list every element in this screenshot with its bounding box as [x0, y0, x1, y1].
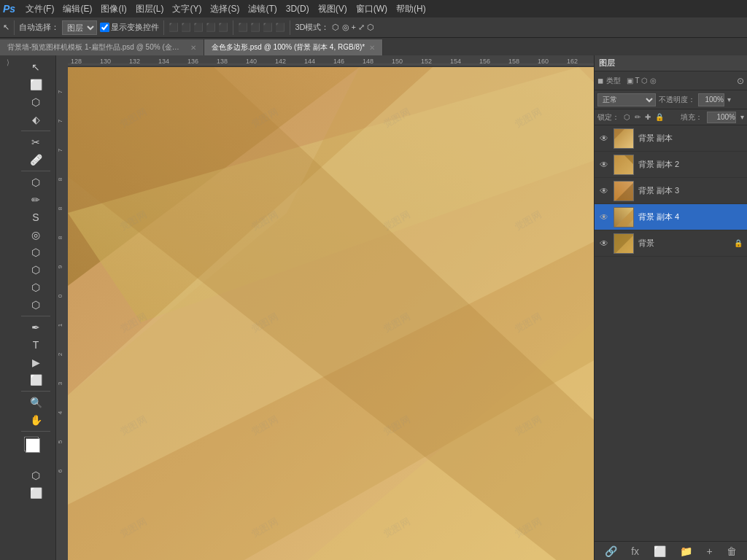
- layer-item-1[interactable]: 👁 背景 副本 2: [595, 152, 747, 178]
- tool-marquee[interactable]: ⬜: [28, 77, 44, 93]
- 3d-icons: ⬡ ◎ + ⤢ ⬡: [332, 23, 374, 32]
- svg-text:7: 7: [57, 148, 63, 152]
- color-swatches: [24, 437, 47, 460]
- layer-group-button[interactable]: 📁: [677, 544, 695, 559]
- canvas[interactable]: 觉图网 觉图网 觉图网 觉图网 觉图网 觉图网 觉图网 觉图网 觉图网 觉图网 …: [68, 67, 594, 560]
- tool-move[interactable]: ↖: [28, 59, 44, 75]
- opacity-input[interactable]: [698, 93, 724, 106]
- menu-file[interactable]: 文件(F): [21, 3, 58, 15]
- layer-thumb-svg-0: [614, 129, 634, 149]
- menu-image[interactable]: 图像(I): [96, 3, 131, 15]
- tab-1[interactable]: 金色多边形.psd @ 100% (背景 副本 4, RGB/8)* ✕: [204, 39, 383, 55]
- fill-dropdown-icon[interactable]: ▾: [740, 113, 744, 121]
- main-canvas-area: 7 7 7 8 8 8 9 0 1 2 3 4 5 6: [56, 67, 594, 560]
- align-icons: ⬛ ⬛ ⬛ ⬛ ⬛: [169, 23, 228, 32]
- tool-hand[interactable]: ✋: [28, 412, 44, 428]
- svg-text:8: 8: [57, 206, 63, 210]
- lock-all-icon[interactable]: 🔒: [655, 113, 664, 121]
- tool-quick-mask[interactable]: ⬡: [28, 467, 44, 483]
- lock-transparent-icon[interactable]: ⬡: [624, 113, 630, 121]
- lock-brush-icon[interactable]: ✏: [635, 113, 640, 121]
- layer-item-3[interactable]: 👁 背景 副本 4: [595, 204, 747, 230]
- ruler-corner: [56, 55, 68, 67]
- background-color[interactable]: [26, 438, 40, 453]
- collapse-button[interactable]: ⟩: [5, 57, 11, 68]
- toolbar-separator-3: [233, 20, 233, 35]
- tool-stamp[interactable]: S: [28, 209, 44, 225]
- layer-style-button[interactable]: fx: [628, 544, 642, 559]
- opacity-dropdown-icon[interactable]: ▾: [727, 96, 731, 104]
- tool-path-select[interactable]: ▶: [28, 354, 44, 370]
- menu-edit[interactable]: 编辑(E): [58, 3, 96, 15]
- layer-visibility-0[interactable]: 👁: [599, 133, 609, 144]
- layer-thumbnail-3: [614, 207, 634, 228]
- vertical-ruler: 7 7 7 8 8 8 9 0 1 2 3 4 5 6: [56, 67, 68, 560]
- menu-type[interactable]: 文字(Y): [168, 3, 206, 15]
- layer-thumb-svg-2: [614, 182, 634, 201]
- ruler-svg: 128 130 132 134 136 138 140 142 144 146 …: [68, 55, 594, 67]
- tab-1-close[interactable]: ✕: [369, 44, 375, 52]
- svg-rect-22: [56, 67, 68, 560]
- menu-filter[interactable]: 滤镜(T): [244, 3, 281, 15]
- show-transform-checkbox[interactable]: [100, 23, 109, 32]
- layer-link-button[interactable]: 🔗: [602, 544, 620, 559]
- layer-mask-button[interactable]: ⬜: [651, 544, 669, 559]
- layer-delete-button[interactable]: 🗑: [724, 544, 740, 559]
- svg-text:8: 8: [57, 236, 63, 239]
- fill-label: 填充：: [681, 112, 703, 122]
- tool-separator-3: [21, 316, 50, 316]
- layer-visibility-2[interactable]: 👁: [599, 186, 609, 196]
- tool-eyedropper[interactable]: 🩹: [28, 152, 44, 168]
- tool-heal[interactable]: ⬡: [28, 174, 44, 190]
- layer-item-2[interactable]: 👁 背景 副本 3: [595, 178, 747, 204]
- layer-name-4: 背景: [638, 238, 729, 249]
- auto-select-dropdown[interactable]: 图层: [62, 20, 97, 35]
- tool-history[interactable]: ◎: [28, 227, 44, 243]
- layer-visibility-3[interactable]: 👁: [599, 212, 609, 222]
- tool-screen-mode[interactable]: ⬜: [28, 485, 44, 501]
- svg-text:3: 3: [57, 381, 63, 385]
- filter-toggle-icon[interactable]: ⊙: [737, 76, 744, 86]
- layers-panel-header: 图层: [595, 55, 747, 71]
- tool-separator-1: [21, 131, 50, 131]
- tab-0-close[interactable]: ✕: [190, 44, 196, 52]
- menu-window[interactable]: 窗口(W): [352, 3, 392, 15]
- menubar: Ps 文件(F) 编辑(E) 图像(I) 图层(L) 文字(Y) 选择(S) 滤…: [0, 0, 747, 18]
- lock-move-icon[interactable]: ✚: [645, 113, 651, 121]
- menu-3d[interactable]: 3D(D): [282, 4, 314, 14]
- tool-pen[interactable]: ✒: [28, 319, 44, 335]
- tool-lasso[interactable]: ⬡: [28, 94, 44, 110]
- layer-visibility-1[interactable]: 👁: [599, 160, 609, 170]
- blend-mode-select[interactable]: 正常: [597, 93, 656, 106]
- tool-quick-select[interactable]: ⬖: [28, 112, 44, 128]
- lock-label: 锁定：: [597, 112, 619, 122]
- layer-name-0: 背景 副本: [638, 133, 743, 144]
- tool-crop[interactable]: ✂: [28, 134, 44, 150]
- tool-zoom[interactable]: 🔍: [28, 394, 44, 411]
- tool-eraser[interactable]: ⬡: [28, 244, 44, 260]
- menu-view[interactable]: 视图(V): [314, 3, 352, 15]
- layers-panel-title: 图层: [599, 58, 615, 69]
- tab-0[interactable]: 背景墙-预览图样机模板 1-扁型作品.psd @ 50% (金色多边形_2, R…: [0, 39, 204, 55]
- opacity-label: 不透明度：: [659, 95, 695, 105]
- layer-thumb-svg-4: [614, 234, 634, 254]
- tool-dodge[interactable]: ⬡: [28, 297, 44, 313]
- svg-text:1: 1: [57, 323, 63, 327]
- menu-help[interactable]: 帮助(H): [392, 3, 430, 15]
- layer-item-0[interactable]: 👁 背景 副本: [595, 125, 747, 152]
- layer-item-4[interactable]: 👁 背景 🔒: [595, 230, 747, 257]
- options-toolbar: ↖ 自动选择： 图层 显示变换控件 ⬛ ⬛ ⬛ ⬛ ⬛ ⬛ ⬛ ⬛ ⬛ 3D模式…: [0, 18, 747, 38]
- fill-input[interactable]: [707, 112, 736, 123]
- tool-type[interactable]: T: [28, 337, 44, 353]
- menu-select[interactable]: 选择(S): [206, 3, 244, 15]
- menu-layer[interactable]: 图层(L): [131, 3, 169, 15]
- layer-visibility-4[interactable]: 👁: [599, 238, 609, 249]
- tool-gradient[interactable]: ⬡: [28, 262, 44, 278]
- tool-shape[interactable]: ⬜: [28, 372, 44, 388]
- vertical-ruler-svg: 7 7 7 8 8 8 9 0 1 2 3 4 5 6: [56, 67, 68, 560]
- tool-blur[interactable]: ⬡: [28, 279, 44, 295]
- layers-list: 👁 背景 副本 👁: [595, 125, 747, 541]
- layer-new-button[interactable]: +: [704, 544, 716, 559]
- svg-text:7: 7: [57, 90, 63, 93]
- tool-brush[interactable]: ✏: [28, 192, 44, 208]
